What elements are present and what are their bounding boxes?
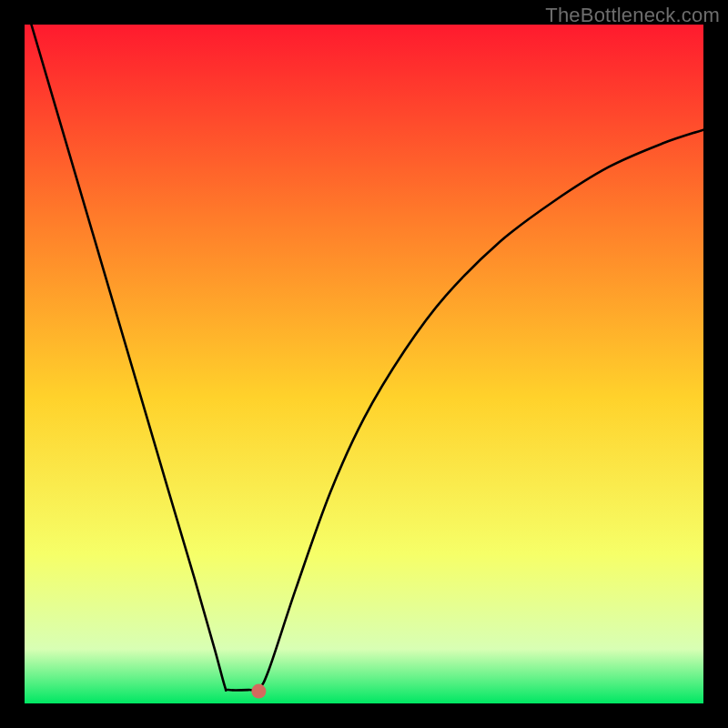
optimum-marker: [251, 684, 266, 699]
gradient-background: [25, 25, 703, 703]
chart-svg: [25, 25, 703, 703]
chart-frame: [25, 25, 703, 703]
watermark-text: TheBottleneck.com: [545, 4, 720, 27]
